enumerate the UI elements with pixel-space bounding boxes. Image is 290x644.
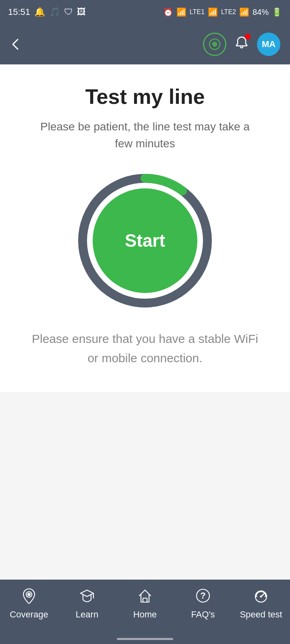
- notification-icon: 🔔: [34, 7, 45, 17]
- faqs-label: FAQ's: [191, 609, 215, 620]
- learn-label: Learn: [76, 609, 98, 620]
- svg-rect-8: [143, 598, 147, 602]
- page-subtitle: Please be patient, the line test may tak…: [32, 118, 258, 152]
- tab-bar: Coverage Learn Home ? FA: [0, 580, 290, 644]
- chat-icon-button[interactable]: [203, 33, 226, 56]
- header-icons: MA: [203, 33, 280, 56]
- tab-learn[interactable]: Learn: [63, 588, 111, 620]
- svg-text:?: ?: [200, 590, 205, 601]
- gallery-icon: 🖼: [77, 7, 86, 17]
- wifi-icon: 📶: [176, 7, 186, 17]
- faq-icon: ?: [195, 588, 211, 606]
- line-test-circle: Start: [77, 172, 213, 309]
- header: MA: [0, 24, 290, 64]
- status-bar-right: ⏰ 📶 LTE1 📶 LTE2 📶 84% 🔋: [163, 7, 282, 17]
- speedtest-label: Speed test: [240, 609, 282, 620]
- tab-home[interactable]: Home: [121, 588, 169, 620]
- shazam-icon: 🎵: [49, 7, 60, 17]
- home-label: Home: [133, 609, 157, 620]
- home-indicator: [117, 638, 173, 640]
- lte1-icon: LTE1: [190, 8, 205, 16]
- time: 15:51: [8, 7, 30, 17]
- avatar[interactable]: MA: [257, 33, 280, 56]
- wifi-notice: Please ensure that you have a stable WiF…: [28, 329, 262, 368]
- alarm-icon: ⏰: [163, 7, 173, 17]
- status-bar-left: 15:51 🔔 🎵 🛡 🖼: [8, 7, 86, 17]
- coverage-icon: [21, 588, 37, 606]
- signal1-icon: 📶: [208, 7, 218, 17]
- svg-point-2: [214, 43, 215, 45]
- battery-text: 84%: [253, 8, 269, 17]
- svg-point-6: [28, 593, 30, 596]
- signal2-icon: 📶: [239, 7, 249, 17]
- coverage-label: Coverage: [10, 609, 48, 620]
- main-content: Test my line Please be patient, the line…: [0, 64, 290, 392]
- svg-point-13: [260, 596, 262, 598]
- status-bar: 15:51 🔔 🎵 🛡 🖼 ⏰ 📶 LTE1 📶 LTE2 📶 84% 🔋: [0, 0, 290, 24]
- notification-badge: [245, 34, 251, 39]
- start-button[interactable]: Start: [93, 188, 197, 293]
- battery-icon: 🔋: [272, 7, 282, 17]
- shield-icon: 🛡: [64, 7, 73, 17]
- lte2-icon: LTE2: [221, 8, 236, 16]
- back-button[interactable]: [10, 38, 23, 51]
- tab-speedtest[interactable]: Speed test: [237, 588, 285, 620]
- home-icon: [137, 588, 153, 606]
- learn-icon: [79, 588, 95, 606]
- start-label: Start: [125, 231, 165, 251]
- notification-bell-button[interactable]: [234, 35, 249, 53]
- speedtest-icon: [253, 588, 269, 606]
- tab-coverage[interactable]: Coverage: [5, 588, 53, 620]
- page-title: Test my line: [85, 85, 205, 109]
- tab-faqs[interactable]: ? FAQ's: [179, 588, 227, 620]
